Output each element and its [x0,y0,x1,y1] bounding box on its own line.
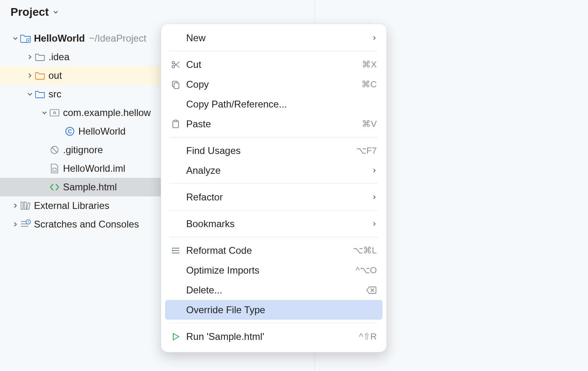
gitignore-icon [48,145,61,154]
svg-text:C: C [68,128,72,135]
menu-label: Analyze [186,165,372,176]
menu-shortcut: ⌥F7 [356,145,377,156]
menu-label: Copy Path/Reference... [186,99,377,110]
tree-label: HelloWorld.iml [63,163,125,174]
folder-excluded-icon [34,72,46,80]
chevron-down-icon[interactable] [53,9,59,15]
menu-shortcut: ^⇧R [359,331,377,342]
tree-label: External Libraries [34,200,109,211]
menu-shortcut: ⌘V [362,119,377,129]
menu-label: New [186,32,372,44]
menu-item-optimize-imports[interactable]: Optimize Imports ^⌥O [165,260,382,280]
svg-rect-21 [174,83,179,89]
delete-key-icon [366,286,377,294]
menu-separator [169,323,378,323]
scissors-icon [169,60,182,69]
project-panel-title: Project [10,6,49,19]
menu-label: Run 'Sample.html' [186,331,359,342]
chevron-right-icon[interactable] [11,203,19,209]
svg-marker-29 [173,333,179,340]
package-icon [48,109,61,117]
tree-label: HelloWorld [78,126,126,137]
menu-item-override-file-type[interactable]: Override File Type [165,300,382,320]
class-icon: C [64,126,76,136]
menu-label: Reformat Code [186,245,353,256]
menu-separator [169,210,378,211]
menu-separator [169,237,378,237]
menu-label: Delete... [186,285,366,296]
tree-label: com.example.hellow [63,107,151,118]
menu-label: Bookmarks [186,218,372,230]
chevron-right-icon[interactable] [26,73,34,78]
svg-rect-1 [28,40,29,41]
menu-item-bookmarks[interactable]: Bookmarks [165,214,382,234]
menu-label: Copy [186,79,361,90]
menu-label: Cut [186,59,362,70]
menu-shortcut: ^⌥O [356,265,377,276]
copy-icon [169,80,182,89]
source-folder-icon [34,90,46,98]
library-icon [19,201,32,210]
menu-item-find-usages[interactable]: Find Usages ⌥F7 [165,141,382,160]
chevron-right-icon [372,36,377,40]
menu-item-new[interactable]: New [165,28,382,48]
menu-item-paste[interactable]: Paste ⌘V [165,114,382,134]
chevron-right-icon[interactable] [26,54,34,60]
svg-rect-8 [53,168,56,171]
menu-item-copy[interactable]: Copy ⌘C [165,74,382,94]
module-file-icon [48,164,61,173]
tree-label: .gitignore [63,144,103,156]
menu-item-reformat-code[interactable]: Reformat Code ⌥⌘L [165,240,382,260]
menu-separator [169,183,378,184]
chevron-down-icon[interactable] [11,36,19,41]
svg-rect-2 [50,110,59,116]
context-menu: New Cut ⌘X Copy ⌘C Copy Path/Reference..… [161,23,387,352]
menu-label: Refactor [186,192,372,203]
chevron-right-icon [372,195,377,200]
menu-item-cut[interactable]: Cut ⌘X [165,55,382,74]
menu-label: Paste [186,118,362,130]
chevron-right-icon [372,221,377,226]
menu-shortcut: ⌥⌘L [353,245,377,256]
project-panel-header: Project [0,0,315,24]
menu-item-copy-path[interactable]: Copy Path/Reference... [165,94,382,114]
chevron-down-icon[interactable] [26,91,34,97]
html-file-icon [48,183,61,192]
svg-line-7 [52,148,57,153]
menu-label: Override File Type [186,304,377,316]
tree-sublabel: ~/IdeaProject [89,33,146,44]
svg-point-3 [54,112,56,114]
tree-label: Scratches and Consoles [34,219,139,230]
tree-label: src [48,89,61,100]
folder-icon [34,53,46,61]
tree-label: HelloWorld [34,33,85,44]
svg-rect-10 [24,202,26,209]
svg-rect-11 [27,203,30,210]
menu-item-run-sample[interactable]: Run 'Sample.html' ^⇧R [165,327,382,346]
menu-item-refactor[interactable]: Refactor [165,187,382,207]
reformat-icon [169,247,182,255]
project-folder-icon [19,34,32,43]
tree-label: Sample.html [63,181,117,193]
menu-label: Optimize Imports [186,265,356,276]
menu-item-delete[interactable]: Delete... [165,280,382,300]
menu-item-analyze[interactable]: Analyze [165,160,382,180]
tree-label: .idea [48,51,69,63]
chevron-right-icon [372,168,377,173]
paste-icon [169,120,182,129]
menu-separator [169,51,378,51]
svg-rect-23 [174,120,177,122]
scratches-icon [19,219,32,229]
menu-separator [169,137,378,137]
menu-shortcut: ⌘X [362,59,377,70]
tree-label: out [48,70,62,81]
chevron-right-icon[interactable] [11,221,19,227]
chevron-down-icon[interactable] [40,110,48,116]
run-icon [169,333,182,341]
menu-shortcut: ⌘C [361,79,377,90]
svg-rect-9 [21,202,23,209]
menu-label: Find Usages [186,145,356,156]
